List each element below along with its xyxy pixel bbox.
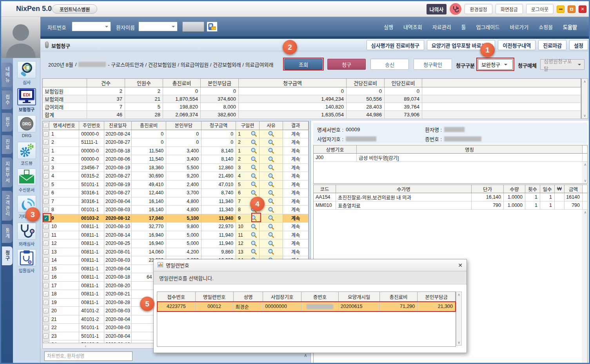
sms-send-icon[interactable] — [207, 22, 218, 32]
seq-magnifier-icon[interactable] — [251, 248, 257, 255]
row-checkbox[interactable]: ✓ — [43, 300, 49, 305]
disease-row[interactable]: J00급성 비인두염[감기] — [314, 154, 587, 162]
row-checkbox[interactable]: ✓ — [43, 317, 49, 322]
row-checkbox[interactable]: ✓ — [43, 325, 49, 330]
dialog-close-icon[interactable]: ✕ — [458, 262, 463, 268]
sidebar-item-외래심사[interactable]: 외래심사 — [14, 223, 39, 247]
row-checkbox[interactable]: ✓ — [43, 308, 49, 313]
table-row[interactable]: ✓1000811-12020-08-1032,7709,80022,97010계… — [43, 223, 309, 231]
seq-magnifier-icon[interactable] — [251, 173, 257, 179]
sidebar-tab-통계[interactable]: 통계 — [2, 224, 13, 243]
row-checkbox[interactable]: ✓ — [43, 156, 49, 162]
summary-scrollbar[interactable]: ∧ ∨ — [581, 78, 588, 119]
top-button-1[interactable]: 화면잠금 — [496, 4, 523, 14]
seq-magnifier-icon[interactable] — [251, 181, 257, 188]
select-all-checkbox[interactable]: ✓ — [43, 123, 49, 128]
reason-magnifier-icon[interactable] — [268, 139, 274, 146]
menu-item-0[interactable]: 실행 — [384, 23, 393, 31]
row-checkbox[interactable]: ✓ — [43, 139, 49, 145]
row-checkbox[interactable]: ✓ — [43, 148, 49, 154]
table-row[interactable]: ✓1100811-12020-08-1416,9405,00011,94011계… — [43, 231, 309, 240]
claim-media-select[interactable]: 심평원청구포탈 — [540, 59, 585, 70]
menu-item-5[interactable]: 바로가기 — [510, 23, 528, 31]
menu-item-1[interactable]: 내역조회 — [403, 23, 422, 31]
row-checkbox[interactable]: ✓ — [43, 232, 49, 238]
row-checkbox[interactable]: ✓ — [43, 131, 49, 137]
reason-magnifier-icon[interactable] — [268, 240, 274, 247]
table-row[interactable]: ✓400315-22020-08-2730,6909,20021,4904계속 — [43, 172, 309, 181]
scroll-up-icon[interactable]: ∧ — [457, 293, 460, 297]
seq-magnifier-icon[interactable] — [251, 147, 257, 154]
reason-magnifier-icon[interactable] — [268, 215, 274, 221]
seq-magnifier-icon[interactable] — [251, 240, 257, 247]
row-checkbox[interactable]: ✓ — [43, 216, 49, 221]
table-row[interactable]: ✓251111-12020-08-270002계속 — [43, 138, 309, 147]
titlebar-button-4[interactable]: 설정 — [569, 40, 588, 50]
seq-magnifier-icon[interactable] — [251, 232, 257, 238]
patient-name-select[interactable] — [138, 22, 178, 31]
fee-row[interactable]: AA154초진진찰료-의원,보건의료원 내 의과16,1401.00001116… — [314, 193, 587, 201]
sidebar-item-보험청구[interactable]: EDI보험청구 — [14, 88, 39, 112]
seq-magnifier-icon[interactable] — [251, 130, 257, 137]
dialog-table-row[interactable]: 422377500012최경순000000002020061571,29021,… — [157, 302, 456, 311]
sidebar-tab-청구[interactable]: 청구 — [2, 246, 13, 265]
blank-button[interactable] — [182, 22, 204, 32]
claim-type-select[interactable]: 보완청구 — [478, 59, 513, 70]
table-row[interactable]: ✓323456-72020-08-1918,3605,50012,8603계속 — [43, 164, 309, 172]
seq-magnifier-icon[interactable] — [251, 215, 257, 221]
seq-magnifier-icon[interactable] — [251, 164, 257, 171]
row-checkbox[interactable]: ✓ — [43, 257, 49, 263]
table-row[interactable]: ✓900103-22020-08-1217,0405,10011,9409계속 — [43, 214, 309, 223]
titlebar-button-3[interactable]: 진료마감 — [538, 40, 566, 50]
row-checkbox[interactable]: ✓ — [43, 274, 49, 280]
reason-magnifier-icon[interactable] — [268, 156, 274, 163]
menu-item-3[interactable]: 툴 — [461, 23, 466, 31]
row-checkbox[interactable]: ✓ — [43, 165, 49, 170]
reason-magnifier-icon[interactable] — [268, 147, 274, 154]
scroll-down-icon[interactable]: ∨ — [457, 340, 460, 344]
seq-magnifier-icon[interactable] — [251, 139, 257, 146]
row-checkbox[interactable]: ✓ — [43, 266, 49, 272]
table-row[interactable]: ✓200000-02020-08-0611,5403,4008,1402계속 — [43, 155, 309, 164]
menu-item-2[interactable]: 자료관리 — [432, 23, 451, 31]
reason-magnifier-icon[interactable] — [268, 232, 274, 238]
top-button-2[interactable]: 로그아웃 — [526, 4, 554, 14]
collapse-icon[interactable]: ∧ — [304, 353, 307, 358]
reason-magnifier-icon[interactable] — [268, 164, 274, 171]
sidebar-tab-내메뉴[interactable]: 내메뉴 — [2, 63, 13, 87]
reason-magnifier-icon[interactable] — [268, 206, 274, 213]
claim-confirm-button[interactable]: 청구확인 — [414, 59, 452, 70]
row-checkbox[interactable]: ✓ — [43, 291, 49, 297]
titlebar-button-2[interactable]: 이전청구내역 — [498, 40, 536, 50]
reason-magnifier-icon[interactable] — [268, 198, 274, 205]
row-checkbox[interactable]: ✓ — [43, 199, 49, 204]
scroll-up-icon[interactable]: ∧ — [583, 80, 586, 83]
scroll-left-icon[interactable]: ‹ — [82, 343, 89, 348]
menu-item-6[interactable]: 쇼핑몰 — [539, 23, 553, 31]
search-button[interactable]: 조회 — [284, 59, 323, 70]
claim-button[interactable]: 청구 — [327, 59, 366, 70]
seq-magnifier-icon[interactable] — [251, 190, 257, 196]
table-row[interactable]: ✓100000-02020-08-240001계속 — [43, 130, 309, 139]
row-checkbox[interactable]: ✓ — [43, 173, 49, 179]
row-checkbox[interactable]: ✓ — [43, 182, 49, 187]
seq-magnifier-icon[interactable] — [251, 156, 257, 163]
sidebar-item-코드뷰[interactable]: 코드뷰 — [14, 142, 39, 166]
menu-item-7[interactable]: 도움말 — [563, 23, 577, 31]
table-row[interactable]: ✓730316-12020-08-0416,1404,80011,3407계속 — [43, 197, 309, 206]
reason-magnifier-icon[interactable] — [268, 190, 274, 196]
row-checkbox[interactable]: ✓ — [43, 283, 49, 288]
sidebar-item-수신문서[interactable]: 수신문서 — [14, 168, 39, 193]
chart-no-select[interactable] — [72, 22, 111, 31]
table-row[interactable]: ✓550101-12020-08-1949,4102,40047,0105계속 — [43, 181, 309, 189]
quick-search-input[interactable] — [44, 351, 133, 361]
scroll-down-icon[interactable]: ∨ — [583, 114, 586, 118]
fee-row[interactable]: MM010표층열치료7901.000011790 — [314, 201, 587, 210]
sidebar-tab-접수[interactable]: 접수 — [2, 91, 13, 109]
close-button[interactable]: ✕ — [579, 5, 586, 13]
dialog-scrollbar[interactable]: ∧ ∨ — [456, 292, 462, 346]
row-checkbox[interactable]: ✓ — [43, 190, 49, 196]
row-checkbox[interactable]: ✓ — [43, 249, 49, 255]
top-button-0[interactable]: 환경설정 — [465, 4, 492, 14]
seq-magnifier-icon[interactable] — [251, 223, 257, 230]
